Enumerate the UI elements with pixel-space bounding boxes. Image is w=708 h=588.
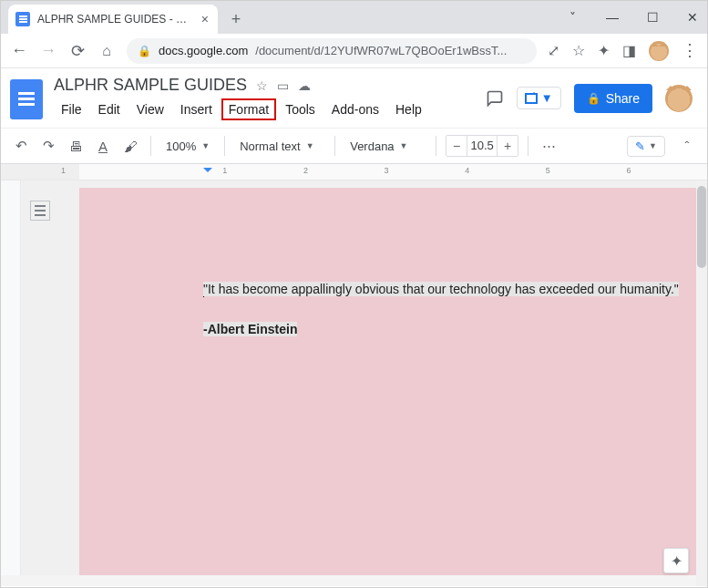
document-body[interactable]: "It has become appallingly obvious that … bbox=[203, 279, 680, 340]
increase-font-button[interactable]: + bbox=[498, 136, 518, 156]
browser-tab[interactable]: ALPHR SAMPLE GUIDES - Google × bbox=[8, 5, 218, 34]
chevron-down-icon: ▼ bbox=[201, 141, 210, 150]
ruler-numbers: 1 1 2 3 4 5 6 bbox=[61, 166, 707, 175]
separator bbox=[528, 136, 528, 156]
docs-toolbar: ↶ ↷ 🖶 A 🖌 100% ▼ Normal text ▼ Verdana ▼… bbox=[1, 128, 707, 164]
styles-dropdown[interactable]: Normal text ▼ bbox=[234, 139, 325, 153]
scrollbar-thumb[interactable] bbox=[697, 186, 706, 268]
profile-avatar[interactable] bbox=[649, 41, 669, 61]
share-button[interactable]: 🔒 Share bbox=[574, 84, 652, 113]
font-size-value[interactable]: 10.5 bbox=[467, 136, 498, 156]
present-icon bbox=[525, 93, 538, 104]
reload-icon[interactable]: ⟳ bbox=[68, 41, 87, 61]
url-path: /document/d/12YUfWR07wL7QBOoEr1wBssT... bbox=[255, 44, 507, 57]
zoom-dropdown[interactable]: 100% ▼ bbox=[160, 139, 215, 153]
menu-insert[interactable]: Insert bbox=[173, 98, 220, 120]
outline-toggle-icon[interactable] bbox=[30, 201, 50, 221]
separator bbox=[436, 136, 436, 156]
star-icon[interactable]: ☆ bbox=[256, 78, 268, 93]
decrease-font-button[interactable]: − bbox=[446, 136, 467, 156]
font-dropdown[interactable]: Verdana ▼ bbox=[344, 139, 426, 153]
browser-tab-strip: ALPHR SAMPLE GUIDES - Google × + ˅ ― ☐ ✕ bbox=[1, 1, 707, 34]
author-text[interactable]: -Albert Einstein bbox=[203, 322, 297, 336]
menu-view[interactable]: View bbox=[129, 98, 171, 120]
close-tab-icon[interactable]: × bbox=[201, 12, 209, 26]
back-icon[interactable]: ← bbox=[10, 41, 28, 60]
minimize-icon[interactable]: ― bbox=[603, 10, 621, 25]
share-label: Share bbox=[606, 91, 640, 106]
side-panel-icon[interactable]: ◨ bbox=[622, 42, 636, 59]
print-icon[interactable]: 🖶 bbox=[65, 139, 87, 154]
cloud-status-icon[interactable]: ☁ bbox=[298, 78, 311, 93]
account-avatar[interactable] bbox=[665, 85, 693, 112]
style-value: Normal text bbox=[240, 139, 300, 153]
vertical-scrollbar[interactable] bbox=[696, 181, 707, 586]
undo-icon[interactable]: ↶ bbox=[10, 138, 32, 154]
chevron-down-icon: ▼ bbox=[306, 141, 314, 150]
menu-file[interactable]: File bbox=[54, 98, 89, 120]
new-tab-button[interactable]: + bbox=[223, 6, 249, 32]
separator bbox=[224, 136, 225, 156]
document-page[interactable]: "It has become appallingly obvious that … bbox=[79, 188, 696, 580]
horizontal-scrollbar[interactable] bbox=[1, 575, 696, 586]
address-bar[interactable]: 🔒 docs.google.com/document/d/12YUfWR07wL… bbox=[127, 38, 537, 64]
font-value: Verdana bbox=[350, 139, 394, 153]
translate-icon[interactable]: ⤢ bbox=[548, 42, 559, 59]
document-canvas: "It has become appallingly obvious that … bbox=[1, 181, 707, 586]
separator bbox=[150, 136, 151, 156]
quote-text[interactable]: "It has become appallingly obvious that … bbox=[203, 282, 679, 296]
more-tools-icon[interactable]: ⋯ bbox=[538, 138, 559, 154]
docs-logo-icon[interactable] bbox=[10, 79, 43, 119]
maximize-icon[interactable]: ☐ bbox=[643, 10, 662, 25]
docs-favicon bbox=[15, 12, 30, 26]
menu-tools[interactable]: Tools bbox=[278, 98, 323, 120]
chevron-down-icon: ▼ bbox=[649, 141, 657, 150]
editing-mode-button[interactable]: ✎ ▼ bbox=[627, 136, 665, 157]
left-gutter bbox=[1, 181, 21, 586]
explore-button[interactable]: ✦ bbox=[663, 548, 689, 573]
browser-toolbar: ← → ⟳ ⌂ 🔒 docs.google.com/document/d/12Y… bbox=[1, 34, 707, 68]
present-button[interactable]: ▼ bbox=[517, 87, 561, 109]
move-icon[interactable]: ▭ bbox=[277, 78, 289, 93]
spellcheck-icon[interactable]: A bbox=[92, 139, 114, 154]
collapse-icon[interactable]: ˆ bbox=[676, 139, 698, 154]
horizontal-ruler[interactable]: 1 1 2 3 4 5 6 bbox=[1, 164, 707, 181]
redo-icon[interactable]: ↷ bbox=[37, 138, 59, 154]
window-controls: ˅ ― ☐ ✕ bbox=[563, 1, 702, 34]
menu-format[interactable]: Format bbox=[221, 98, 276, 120]
menu-addons[interactable]: Add-ons bbox=[324, 98, 386, 120]
font-size-stepper: − 10.5 + bbox=[446, 135, 518, 157]
comments-icon[interactable] bbox=[486, 89, 504, 108]
tab-search-icon[interactable]: ˅ bbox=[563, 10, 581, 25]
close-window-icon[interactable]: ✕ bbox=[683, 10, 702, 25]
menu-help[interactable]: Help bbox=[388, 98, 429, 120]
browser-menu-icon[interactable]: ⋮ bbox=[682, 47, 698, 54]
lock-icon: 🔒 bbox=[138, 45, 151, 57]
indent-marker-icon[interactable] bbox=[203, 168, 212, 177]
tab-title: ALPHR SAMPLE GUIDES - Google bbox=[37, 13, 194, 26]
chevron-down-icon: ▼ bbox=[541, 91, 553, 105]
url-domain: docs.google.com bbox=[159, 44, 248, 57]
separator bbox=[334, 136, 335, 156]
document-title[interactable]: ALPHR SAMPLE GUIDES bbox=[54, 76, 247, 95]
paint-format-icon[interactable]: 🖌 bbox=[119, 139, 141, 154]
bookmark-icon[interactable]: ☆ bbox=[572, 42, 585, 59]
chevron-down-icon: ▼ bbox=[400, 141, 408, 150]
docs-header: ALPHR SAMPLE GUIDES ☆ ▭ ☁ File Edit View… bbox=[1, 68, 707, 181]
home-icon[interactable]: ⌂ bbox=[97, 43, 116, 59]
menu-edit[interactable]: Edit bbox=[91, 98, 128, 120]
zoom-value: 100% bbox=[166, 139, 196, 153]
extensions-icon[interactable]: ✦ bbox=[598, 42, 610, 59]
lock-icon: 🔒 bbox=[587, 92, 600, 105]
pencil-icon: ✎ bbox=[635, 139, 645, 153]
forward-icon: → bbox=[39, 41, 57, 60]
menubar: File Edit View Insert Format Tools Add-o… bbox=[54, 98, 475, 120]
